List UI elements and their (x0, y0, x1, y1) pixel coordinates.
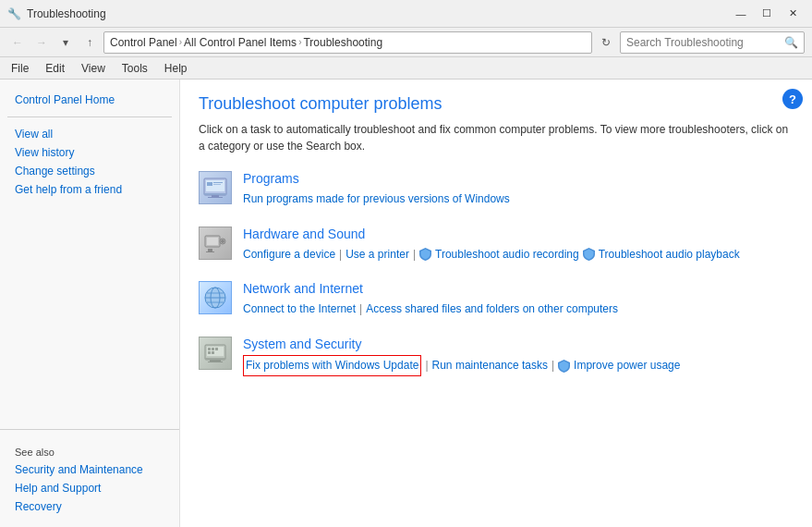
hardware-links: Configure a device | Use a printer | Tro… (243, 245, 794, 265)
network-links: Connect to the Internet | Access shared … (243, 300, 794, 320)
sep3: | (359, 300, 362, 320)
svg-rect-7 (213, 184, 221, 185)
main-container: Control Panel Home View all View history… (0, 80, 812, 527)
programs-links: Run programs made for previous versions … (243, 190, 794, 210)
security-links: Fix problems with Windows Update | Run m… (243, 355, 794, 377)
breadcrumb-part1: Control Panel (110, 36, 177, 49)
programs-title[interactable]: Programs (243, 171, 794, 186)
sep2: | (413, 245, 416, 265)
svg-rect-2 (204, 193, 226, 195)
shield-icon-3 (558, 360, 570, 373)
svg-rect-22 (210, 360, 221, 362)
hardware-link-printer[interactable]: Use a printer (345, 245, 409, 265)
sidebar-item-security-maintenance[interactable]: Security and Maintenance (0, 460, 179, 479)
sidebar-divider-1 (7, 116, 172, 117)
breadcrumb-part2: All Control Panel Items (184, 36, 297, 49)
dropdown-button[interactable]: ▾ (55, 32, 76, 53)
network-link-shared[interactable]: Access shared files and folders on other… (366, 300, 618, 320)
svg-rect-6 (213, 182, 223, 183)
svg-rect-5 (207, 182, 212, 186)
app-title: Troubleshooting (27, 7, 106, 20)
security-icon (199, 337, 232, 370)
maximize-button[interactable]: ☐ (755, 5, 779, 23)
search-icon: 🔍 (784, 36, 798, 49)
see-also-label: See also (0, 437, 179, 460)
breadcrumb[interactable]: Control Panel › All Control Panel Items … (103, 31, 592, 54)
content-description: Click on a task to automatically trouble… (199, 121, 794, 154)
minimize-button[interactable]: — (729, 5, 753, 23)
menu-view[interactable]: View (74, 60, 113, 77)
title-bar-left: 🔧 Troubleshooting (7, 7, 106, 20)
svg-rect-28 (212, 351, 214, 354)
sep1: | (339, 245, 342, 265)
svg-rect-25 (212, 348, 214, 350)
help-button[interactable]: ? (782, 89, 803, 109)
forward-button[interactable]: → (31, 32, 52, 53)
security-link-maintenance[interactable]: Run maintenance tasks (432, 356, 548, 376)
back-button[interactable]: ← (7, 32, 28, 53)
security-link-windows-update[interactable]: Fix problems with Windows Update (243, 355, 421, 377)
shield-icon-1 (419, 248, 431, 261)
network-link-connect[interactable]: Connect to the Internet (243, 300, 356, 320)
shield-icon-2 (583, 248, 595, 261)
category-hardware: Hardware and Sound Configure a device | … (199, 227, 794, 265)
security-title[interactable]: System and Security (243, 337, 794, 351)
sidebar-bottom: See also Security and Maintenance Help a… (0, 429, 179, 516)
app-icon: 🔧 (7, 7, 21, 20)
svg-rect-26 (215, 348, 218, 350)
content-area: ? Troubleshoot computer problems Click o… (180, 80, 812, 527)
menu-bar: File Edit View Tools Help (0, 57, 812, 80)
breadcrumb-chevron-2: › (298, 37, 301, 47)
menu-edit[interactable]: Edit (38, 60, 72, 77)
network-content: Network and Internet Connect to the Inte… (243, 281, 794, 320)
sidebar-item-change-settings[interactable]: Change settings (0, 162, 179, 180)
svg-rect-27 (208, 351, 211, 354)
svg-rect-12 (208, 249, 212, 251)
refresh-button[interactable]: ↻ (596, 32, 616, 53)
hardware-link-configure[interactable]: Configure a device (243, 245, 335, 265)
sidebar-item-view-all[interactable]: View all (0, 125, 179, 143)
breadcrumb-part3: Troubleshooting (303, 36, 382, 49)
page-title: Troubleshoot computer problems (199, 94, 794, 114)
search-bar: 🔍 (620, 31, 805, 54)
search-input[interactable] (626, 36, 781, 49)
hardware-icon (199, 227, 232, 260)
sidebar-item-view-history[interactable]: View history (0, 143, 179, 162)
network-icon (199, 281, 232, 314)
breadcrumb-chevron-1: › (179, 37, 182, 47)
title-bar-controls: — ☐ ✕ (729, 5, 805, 23)
menu-tools[interactable]: Tools (115, 60, 155, 77)
hardware-link-audio-play[interactable]: Troubleshoot audio playback (599, 245, 740, 265)
network-title[interactable]: Network and Internet (243, 281, 794, 296)
svg-rect-23 (208, 362, 223, 362)
hardware-content: Hardware and Sound Configure a device | … (243, 227, 794, 265)
security-content: System and Security Fix problems with Wi… (243, 337, 794, 377)
up-button[interactable]: ↑ (79, 32, 100, 53)
svg-point-11 (221, 239, 224, 243)
sidebar-item-help-support[interactable]: Help and Support (0, 479, 179, 497)
sep5: | (551, 356, 554, 376)
category-security: System and Security Fix problems with Wi… (199, 337, 794, 377)
menu-help[interactable]: Help (157, 60, 195, 77)
sidebar-item-control-panel-home[interactable]: Control Panel Home (0, 91, 179, 109)
sidebar-item-get-help[interactable]: Get help from a friend (0, 180, 179, 199)
svg-rect-4 (208, 197, 223, 198)
svg-rect-3 (212, 195, 219, 197)
sep4: | (425, 356, 428, 376)
svg-rect-24 (208, 348, 211, 350)
svg-rect-9 (207, 238, 218, 245)
title-bar: 🔧 Troubleshooting — ☐ ✕ (0, 0, 812, 28)
security-link-power[interactable]: Improve power usage (574, 356, 680, 376)
menu-file[interactable]: File (4, 60, 36, 77)
category-network: Network and Internet Connect to the Inte… (199, 281, 794, 320)
programs-content: Programs Run programs made for previous … (243, 171, 794, 210)
programs-link-1[interactable]: Run programs made for previous versions … (243, 190, 510, 210)
sidebar-item-recovery[interactable]: Recovery (0, 497, 179, 516)
programs-icon (199, 171, 232, 204)
hardware-title[interactable]: Hardware and Sound (243, 227, 794, 241)
close-button[interactable]: ✕ (781, 5, 805, 23)
address-bar: ← → ▾ ↑ Control Panel › All Control Pane… (0, 28, 812, 57)
category-programs: Programs Run programs made for previous … (199, 171, 794, 210)
hardware-link-audio-rec[interactable]: Troubleshoot audio recording (435, 245, 579, 265)
sidebar: Control Panel Home View all View history… (0, 80, 180, 527)
